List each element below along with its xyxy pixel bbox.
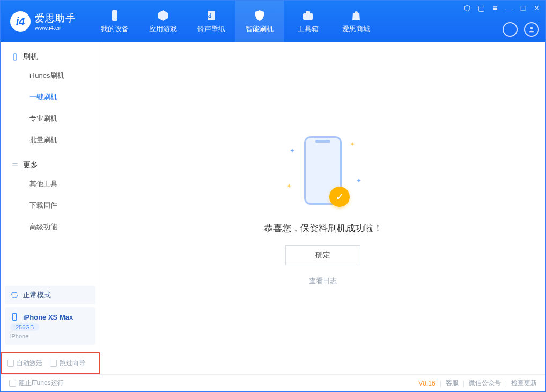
lock-icon[interactable]: ▢ (477, 4, 485, 12)
nav-label: 铃声壁纸 (197, 24, 225, 34)
download-icon (506, 26, 514, 33)
checkbox-box (50, 360, 57, 367)
nav-toolbox[interactable]: 工具箱 (284, 1, 332, 42)
device-mode-label: 正常模式 (23, 290, 51, 300)
body-area: 刷机 iTunes刷机 一键刷机 专业刷机 批量刷机 更多 其他工具 下载固件 … (1, 42, 545, 374)
nav-label: 工具箱 (298, 24, 319, 34)
version-label: V8.16 (418, 380, 435, 387)
checkbox-box (9, 380, 16, 387)
device-name-row: iPhone XS Max (10, 313, 73, 321)
app-header: i4 爱思助手 www.i4.cn 我的设备 应用游戏 铃声壁纸 智能刷机 工具… (1, 1, 545, 42)
sidebar: 刷机 iTunes刷机 一键刷机 专业刷机 批量刷机 更多 其他工具 下载固件 … (1, 42, 100, 374)
device-name: iPhone XS Max (23, 313, 73, 321)
shirt-icon[interactable]: ⬡ (463, 4, 471, 12)
nav-store[interactable]: 爱思商城 (332, 1, 380, 42)
sparkle-icon: ✦ (350, 140, 355, 148)
sidebar-section-flash: 刷机 iTunes刷机 一键刷机 专业刷机 批量刷机 (1, 42, 100, 151)
refresh-icon (10, 291, 19, 299)
checkbox-skip-guide[interactable]: 跳过向导 (50, 359, 85, 368)
device-capacity: 256GB (10, 323, 39, 331)
check-badge-icon: ✓ (329, 187, 350, 207)
svg-rect-5 (13, 54, 17, 60)
sidebar-item-itunes-flash[interactable]: iTunes刷机 (1, 65, 100, 86)
download-button[interactable] (503, 22, 518, 37)
music-icon (205, 9, 218, 22)
device-mode-row[interactable]: 正常模式 (5, 286, 95, 304)
sparkle-icon: ✦ (356, 177, 361, 184)
divider: | (505, 380, 507, 387)
main-content: ✦ ✦ ✦ ✦ ✓ 恭喜您，保资料刷机成功啦！ 确定 查看日志 (100, 42, 545, 374)
logo-area: i4 爱思助手 www.i4.cn (1, 1, 85, 42)
device-type: iPhone (10, 333, 28, 339)
ok-button[interactable]: 确定 (285, 245, 360, 265)
brand-url: www.i4.cn (35, 25, 76, 31)
sidebar-item-download-firmware[interactable]: 下载固件 (1, 195, 100, 216)
phone-outline-icon (10, 313, 19, 321)
nav-my-device[interactable]: 我的设备 (91, 1, 139, 42)
sidebar-title: 更多 (23, 160, 38, 170)
phone-icon (11, 53, 19, 61)
header-right-actions (503, 22, 539, 37)
nav-flash[interactable]: 智能刷机 (235, 1, 284, 42)
sidebar-item-oneclick-flash[interactable]: 一键刷机 (1, 86, 100, 108)
svg-rect-2 (303, 13, 313, 20)
checkbox-label: 阻止iTunes运行 (19, 379, 64, 388)
nav-ringtone-wallpaper[interactable]: 铃声壁纸 (187, 1, 235, 42)
flash-options-row: 自动激活 跳过向导 (1, 352, 100, 374)
brand-block: 爱思助手 www.i4.cn (35, 12, 76, 31)
person-icon (528, 26, 535, 33)
device-icon (108, 9, 121, 22)
sidebar-item-pro-flash[interactable]: 专业刷机 (1, 108, 100, 129)
view-log-link[interactable]: 查看日志 (309, 276, 337, 286)
checkbox-box (7, 360, 14, 367)
checkbox-label: 跳过向导 (60, 359, 85, 368)
shield-refresh-icon (253, 9, 266, 22)
device-block: 正常模式 iPhone XS Max 256GB iPhone (5, 286, 95, 348)
wechat-link[interactable]: 微信公众号 (469, 379, 501, 388)
sidebar-section-more: 更多 其他工具 下载固件 高级功能 (1, 151, 100, 238)
top-nav: 我的设备 应用游戏 铃声壁纸 智能刷机 工具箱 爱思商城 (91, 1, 380, 42)
nav-label: 我的设备 (101, 24, 129, 34)
cube-icon (157, 9, 169, 22)
sidebar-item-advanced[interactable]: 高级功能 (1, 216, 100, 238)
svg-rect-0 (112, 10, 117, 21)
sparkle-icon: ✦ (290, 147, 295, 154)
sparkle-icon: ✦ (286, 182, 292, 190)
checkbox-block-itunes[interactable]: 阻止iTunes运行 (9, 379, 64, 388)
minimize-button[interactable]: — (505, 4, 513, 12)
account-button[interactable] (524, 22, 539, 37)
app-logo-icon: i4 (10, 11, 31, 32)
sidebar-item-batch-flash[interactable]: 批量刷机 (1, 129, 100, 151)
nav-apps-games[interactable]: 应用游戏 (139, 1, 187, 42)
sidebar-title: 刷机 (23, 52, 38, 62)
brand-name: 爱思助手 (35, 12, 76, 25)
bag-icon (350, 9, 363, 22)
window-controls: ⬡ ▢ ≡ — □ ✕ (463, 4, 541, 12)
sidebar-header-flash: 刷机 (1, 49, 100, 65)
maximize-button[interactable]: □ (519, 4, 527, 12)
svg-point-4 (530, 27, 533, 29)
check-update-link[interactable]: 检查更新 (511, 379, 537, 388)
checkbox-auto-activate[interactable]: 自动激活 (7, 359, 42, 368)
success-illustration: ✦ ✦ ✦ ✦ ✓ (275, 131, 371, 211)
device-info-row[interactable]: iPhone XS Max 256GB iPhone (5, 307, 95, 345)
sidebar-header-more: 更多 (1, 157, 100, 173)
sidebar-item-other-tools[interactable]: 其他工具 (1, 173, 100, 195)
checkbox-label: 自动激活 (17, 359, 42, 368)
close-button[interactable]: ✕ (533, 4, 541, 12)
divider: | (440, 380, 441, 387)
footer-right: V8.16 | 客服 | 微信公众号 | 检查更新 (418, 379, 537, 388)
svg-rect-6 (13, 313, 17, 320)
status-bar: 阻止iTunes运行 V8.16 | 客服 | 微信公众号 | 检查更新 (1, 374, 545, 391)
nav-label: 智能刷机 (246, 24, 274, 34)
toolbox-icon (301, 9, 314, 22)
svg-rect-3 (306, 11, 310, 13)
nav-label: 应用游戏 (149, 24, 177, 34)
success-message: 恭喜您，保资料刷机成功啦！ (264, 222, 382, 234)
menu-icon[interactable]: ≡ (491, 4, 499, 12)
nav-label: 爱思商城 (342, 24, 370, 34)
list-icon (11, 161, 19, 169)
support-link[interactable]: 客服 (446, 379, 459, 388)
divider: | (463, 380, 464, 387)
